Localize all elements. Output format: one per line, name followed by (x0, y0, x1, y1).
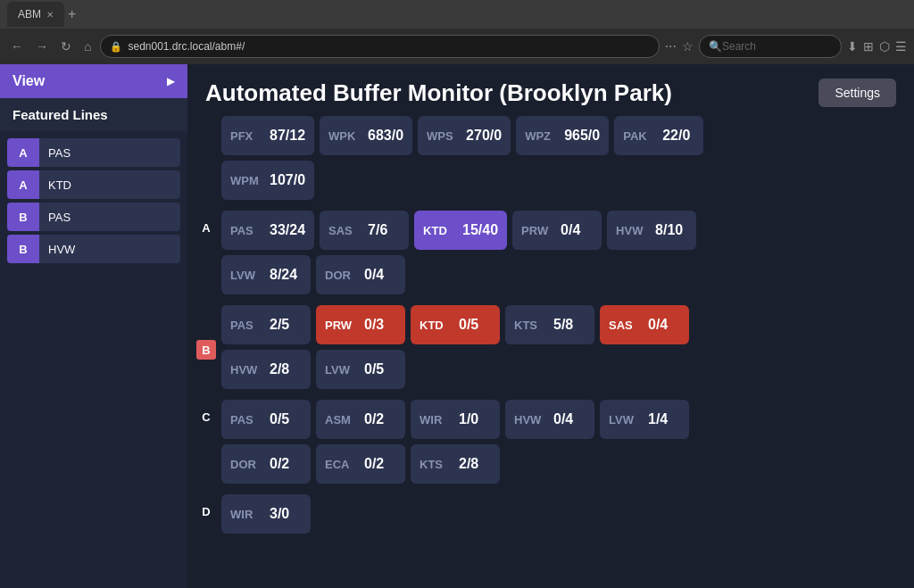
grid-sub-row-0: PAS0/5ASM0/2WIR1/0HVW0/4LVW1/4 (221, 400, 905, 439)
cell-value: 2/5 (270, 317, 289, 333)
grid-cell: HVW8/10 (607, 211, 696, 250)
grid-sub-row-0: PFX87/12WPK683/0WPS270/0WPZ965/0PAK22/0 (221, 116, 905, 155)
grid-cells: PAS33/24SAS7/6KTD15/40PRW0/4HVW8/10LVW8/… (221, 211, 905, 300)
row-label (196, 116, 216, 127)
cell-value: 7/6 (368, 222, 387, 238)
cell-value: 33/24 (270, 222, 305, 238)
sidebar-item-2[interactable]: BPAS (7, 203, 180, 231)
cell-value: 270/0 (466, 128, 502, 144)
grid-row-1: APAS33/24SAS7/6KTD15/40PRW0/4HVW8/10LVW8… (196, 211, 905, 300)
grid-cell: WPZ965/0 (516, 116, 609, 155)
grid-row-3: CPAS0/5ASM0/2WIR1/0HVW0/4LVW1/4DOR0/2ECA… (196, 400, 905, 489)
cell-value: 0/4 (364, 267, 384, 283)
url-text: sedn001.drc.local/abm#/ (128, 40, 245, 53)
sidebar-item-0[interactable]: APAS (7, 138, 180, 167)
grid-cell: PRW0/4 (512, 211, 602, 250)
cell-label: HVW (616, 224, 648, 237)
close-tab-icon[interactable]: ✕ (46, 10, 54, 20)
reload-button[interactable]: ↻ (57, 37, 75, 55)
more-options-icon[interactable]: ··· (665, 38, 677, 54)
cell-label: SAS (609, 319, 641, 332)
browser-toolbar-icons: ⬇ ⊞ ⬡ ☰ (847, 39, 907, 54)
grid-rows: PFX87/12WPK683/0WPS270/0WPZ965/0PAK22/0W… (187, 116, 914, 553)
grid-sub-row-1: HVW2/8LVW0/5 (221, 350, 905, 389)
grid-sub-row-0: PAS2/5PRW0/3KTD0/5KTS5/8SAS0/4 (221, 305, 905, 344)
sidebar-item-label: PAS (39, 203, 180, 231)
grid-sub-row-1: DOR0/2ECA0/2KTS2/8 (221, 444, 905, 484)
search-bar[interactable]: 🔍 Search (699, 35, 842, 58)
cell-value: 0/4 (553, 411, 573, 427)
cell-value: 5/8 (553, 317, 573, 333)
grid-cell: WPM107/0 (221, 161, 314, 200)
apps-icon[interactable]: ⊞ (863, 39, 874, 54)
sidebar-item-badge: B (7, 235, 39, 263)
grid-row-2: BPAS2/5PRW0/3KTD0/5KTS5/8SAS0/4HVW2/8LVW… (196, 305, 905, 394)
cell-label: PAK (623, 129, 655, 143)
cell-value: 107/0 (270, 172, 305, 188)
sidebar-item-badge: B (7, 203, 39, 231)
page-header: Automated Buffer Monitor (Brooklyn Park)… (187, 64, 914, 116)
menu-icon[interactable]: ☰ (895, 39, 907, 54)
home-button[interactable]: ⌂ (80, 37, 95, 55)
cell-label: PRW (325, 319, 357, 332)
bookmark-icon[interactable]: ☆ (682, 39, 694, 54)
cell-value: 965/0 (564, 128, 600, 144)
address-bar[interactable]: 🔒 sedn001.drc.local/abm#/ (100, 35, 659, 58)
cell-label: PAS (230, 413, 262, 427)
extensions-icon[interactable]: ⬡ (879, 39, 890, 54)
sidebar-item-label: HVW (39, 235, 180, 263)
grid-cell: PAS2/5 (221, 305, 311, 344)
grid-sub-row-0: WIR3/0 (221, 494, 905, 534)
cell-value: 22/0 (662, 128, 690, 144)
grid-cell: LVW1/4 (600, 400, 689, 439)
security-icon: 🔒 (110, 41, 122, 53)
cell-value: 0/2 (364, 456, 384, 472)
grid-cells: PAS0/5ASM0/2WIR1/0HVW0/4LVW1/4DOR0/2ECA0… (221, 400, 905, 489)
grid-row-4: DWIR3/0 (196, 494, 905, 539)
sidebar-header[interactable]: View ▶ (0, 64, 187, 98)
search-placeholder: Search (722, 40, 756, 53)
cell-value: 0/5 (364, 361, 384, 377)
grid-cell: WPK683/0 (320, 116, 412, 155)
row-label: D (196, 494, 216, 518)
grid-cell: PAS33/24 (221, 211, 314, 250)
grid-cell: PAS0/5 (221, 400, 311, 439)
row-label: B (196, 340, 216, 360)
cell-label: HVW (230, 363, 262, 377)
forward-button[interactable]: → (32, 37, 52, 55)
cell-value: 2/8 (459, 456, 478, 472)
sidebar-item-badge: A (7, 138, 39, 167)
download-icon[interactable]: ⬇ (847, 39, 858, 54)
cell-value: 683/0 (368, 128, 403, 144)
row-label: C (196, 400, 216, 424)
search-icon: 🔍 (709, 40, 722, 53)
cell-label: SAS (328, 224, 361, 237)
main-content: Automated Buffer Monitor (Brooklyn Park)… (187, 64, 914, 588)
cell-label: KTD (420, 319, 452, 332)
new-tab-icon[interactable]: + (68, 6, 76, 22)
cell-label: LVW (325, 363, 357, 377)
grid-cell: HVW0/4 (505, 400, 594, 439)
cell-value: 0/3 (364, 317, 384, 333)
cell-value: 3/0 (270, 506, 289, 522)
cell-value: 2/8 (270, 361, 289, 377)
sidebar-item-3[interactable]: BHVW (7, 235, 180, 263)
cell-value: 0/5 (459, 317, 478, 333)
cell-value: 0/4 (648, 317, 668, 333)
grid-cell: WIR3/0 (221, 494, 311, 534)
grid-cell: HVW2/8 (221, 350, 311, 389)
cell-label: KTS (514, 319, 546, 332)
tab-title: ABM (18, 8, 41, 21)
back-button[interactable]: ← (7, 37, 27, 55)
sidebar-header-title: View (12, 73, 45, 89)
grid-cell: DOR0/2 (221, 444, 311, 484)
sidebar-item-label: KTD (39, 170, 180, 199)
browser-tab[interactable]: ABM ✕ (7, 2, 64, 27)
grid-cell: DOR0/4 (316, 255, 405, 294)
cell-value: 87/12 (270, 128, 305, 144)
cell-value: 0/2 (270, 456, 289, 472)
cell-value: 15/40 (462, 222, 498, 238)
grid-cell: LVW8/24 (221, 255, 311, 294)
settings-button[interactable]: Settings (818, 79, 896, 107)
sidebar-item-1[interactable]: AKTD (7, 170, 180, 199)
